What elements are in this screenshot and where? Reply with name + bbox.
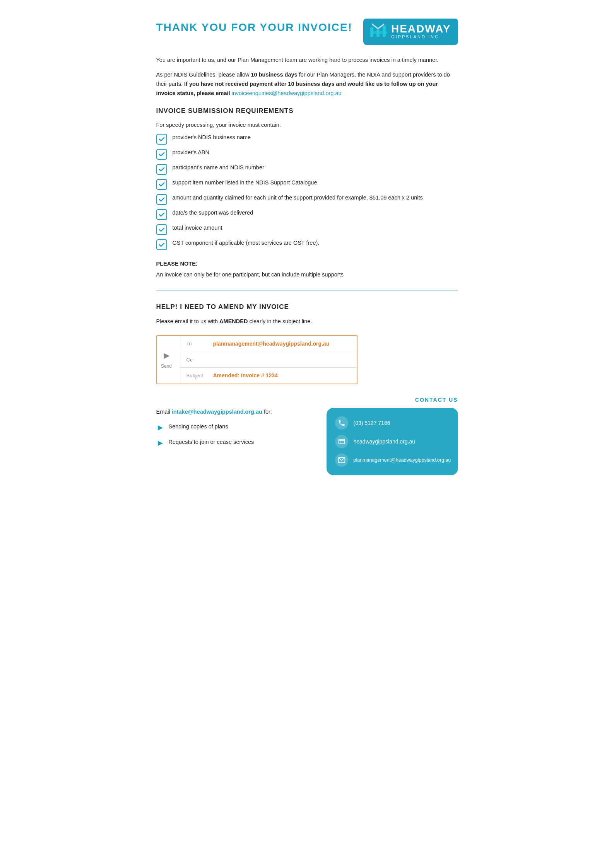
phone-svg [338, 419, 345, 427]
checkmark-icon [158, 151, 165, 158]
email-cc-row: Cc [180, 352, 357, 368]
contact-right: (03) 5127 7166 headwaygippsland.org.au [327, 408, 458, 475]
invoice-checklist: provider's NDIS business name provider's… [156, 133, 458, 250]
checklist-text-5: amount and quantity claimed for each uni… [173, 194, 423, 202]
checklist-text-1: provider's NDIS business name [173, 133, 251, 142]
checklist-text-7: total invoice amount [173, 224, 222, 232]
checkbox-5 [156, 194, 167, 205]
to-label: To [186, 340, 208, 348]
subject-value: Amended: Invoice # 1234 [213, 372, 278, 380]
logo-container: HEADWAY GIPPSLAND INC. [363, 19, 458, 45]
intro-section: You are important to us, and our Plan Ma… [156, 56, 458, 98]
email-fields-col: To planmanagement@headwaygippsland.org.a… [180, 336, 357, 384]
checkbox-3 [156, 164, 167, 175]
email-mock: ▶ Send To planmanagement@headwaygippslan… [156, 335, 357, 385]
checkmark-icon [158, 196, 165, 203]
email-send-col: ▶ Send [157, 336, 180, 384]
intro-para2: As per NDIS Guidelines, please allow 10 … [156, 70, 458, 98]
planmanagement-email-value: planmanagement@headwaygippsland.org.au [354, 457, 451, 464]
invoice-section: INVOICE SUBMISSION REQUIREMENTS For spee… [156, 106, 458, 279]
email-mock-main-row: ▶ Send To planmanagement@headwaygippslan… [157, 336, 357, 384]
checklist-text-4: support item number listed in the NDIS S… [173, 179, 317, 187]
bullet-text-2: Requests to join or cease services [169, 438, 254, 447]
logo-box: HEADWAY GIPPSLAND INC. [363, 19, 458, 45]
headway-logo-icon [369, 22, 387, 41]
checkbox-2 [156, 149, 167, 160]
amend-section-title: HELP! I NEED TO AMEND MY INVOICE [156, 302, 458, 312]
checklist-item: total invoice amount [156, 224, 458, 235]
checkmark-icon [158, 241, 165, 248]
amend-section: HELP! I NEED TO AMEND MY INVOICE Please … [156, 302, 458, 384]
page-header: THANK YOU FOR YOUR INVOICE! HEADWAY GIPP… [156, 19, 458, 45]
phone-value: (03) 5127 7166 [354, 419, 390, 427]
please-note-label: PLEASE NOTE: [156, 261, 198, 267]
email-icon [335, 454, 348, 467]
checklist-item: date/s the support was delivered [156, 209, 458, 220]
page-title: THANK YOU FOR YOUR INVOICE! [156, 19, 352, 34]
to-value: planmanagement@headwaygippsland.org.au [213, 340, 330, 348]
cc-label: Cc [186, 356, 208, 364]
amend-para-before: Please email it to us with [156, 318, 220, 324]
section-divider [156, 290, 458, 291]
contact-phone-row: (03) 5127 7166 [335, 416, 447, 430]
contact-email-row: planmanagement@headwaygippsland.org.au [335, 454, 447, 467]
contact-section: CONTACT US Email intake@headwaygippsland… [156, 396, 458, 475]
checklist-item: amount and quantity claimed for each uni… [156, 194, 458, 205]
subject-label: Subject [186, 372, 208, 380]
logo-text: HEADWAY GIPPSLAND INC. [391, 24, 451, 39]
amend-para-bold: AMENDED [219, 318, 248, 324]
checkbox-1 [156, 134, 167, 145]
checklist-text-2: provider's ABN [173, 148, 209, 157]
checklist-item: provider's ABN [156, 148, 458, 160]
invoice-section-title: INVOICE SUBMISSION REQUIREMENTS [156, 106, 458, 116]
logo-tagline: GIPPSLAND INC. [391, 34, 451, 39]
email-svg [338, 456, 345, 464]
contact-bottom: Email intake@headwaygippsland.org.au for… [156, 408, 458, 475]
email-subject-row: Subject Amended: Invoice # 1234 [180, 368, 357, 384]
bullet-item-1: ► Sending copies of plans [156, 423, 315, 433]
phone-icon [335, 416, 348, 430]
contact-left: Email intake@headwaygippsland.org.au for… [156, 408, 315, 454]
web-icon [335, 435, 348, 448]
please-note-text: An invoice can only be for one participa… [156, 271, 458, 279]
intro-para1: You are important to us, and our Plan Ma… [156, 56, 458, 65]
please-note: PLEASE NOTE: An invoice can only be for … [156, 259, 458, 279]
bullet-item-2: ► Requests to join or cease services [156, 438, 315, 448]
checkmark-icon [158, 166, 165, 173]
checklist-item: participant's name and NDIS number [156, 164, 458, 175]
checkbox-7 [156, 224, 167, 235]
teal-arrow-icon-2: ► [156, 438, 165, 448]
checkbox-4 [156, 179, 167, 190]
checkbox-6 [156, 209, 167, 220]
email-to-row: To planmanagement@headwaygippsland.org.a… [180, 336, 357, 352]
svg-marker-4 [372, 23, 384, 29]
svg-rect-5 [339, 439, 344, 444]
intake-email[interactable]: intake@headwaygippsland.org.au [172, 409, 262, 415]
web-value: headwaygippsland.org.au [354, 438, 416, 446]
checklist-item: support item number listed in the NDIS S… [156, 179, 458, 190]
checkbox-8 [156, 239, 167, 250]
contact-email-before: Email [156, 409, 172, 415]
send-icon: ▶ [164, 350, 169, 361]
checkmark-icon [158, 181, 165, 188]
contact-us-title: CONTACT US [156, 396, 458, 404]
amend-para: Please email it to us with AMENDED clear… [156, 317, 458, 326]
checklist-text-8: GST component if applicable (most servic… [173, 239, 320, 247]
contact-email-after: for: [262, 409, 272, 415]
intro-para2-before: As per NDIS Guidelines, please allow [156, 72, 251, 78]
checklist-text-6: date/s the support was delivered [173, 209, 253, 217]
intro-para2-bold: 10 business days [251, 72, 298, 78]
contact-web-row: headwaygippsland.org.au [335, 435, 447, 448]
invoice-enquiries-email[interactable]: invoiceenquiries@headwaygippsland.org.au [232, 90, 342, 96]
amend-para-after: clearly in the subject line. [248, 318, 312, 324]
invoice-intro: For speedy processing, your invoice must… [156, 121, 458, 130]
svg-rect-3 [370, 31, 387, 34]
teal-arrow-icon-1: ► [156, 423, 165, 433]
checklist-item: GST component if applicable (most servic… [156, 239, 458, 250]
checklist-text-3: participant's name and NDIS number [173, 164, 264, 172]
bullet-text-1: Sending copies of plans [169, 423, 228, 431]
checkmark-icon [158, 136, 165, 143]
checkmark-icon [158, 211, 165, 218]
checkmark-icon [158, 226, 165, 233]
web-svg [338, 438, 345, 445]
